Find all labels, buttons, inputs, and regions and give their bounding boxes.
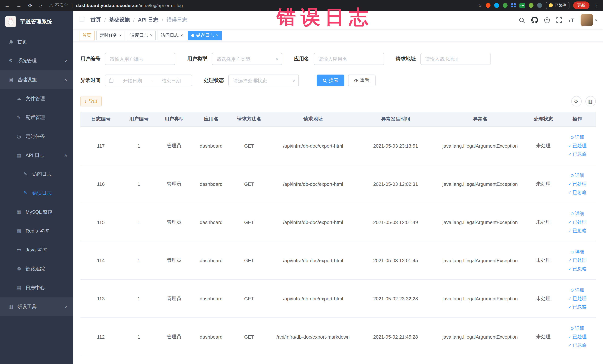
table-row: 114 1 管理员 dashboard GET /api/infra/db-do… (81, 241, 596, 280)
mark-processed-link[interactable]: ✓已处理 (568, 143, 587, 149)
mark-processed-link[interactable]: ✓已处理 (568, 334, 587, 340)
cell-method: GET (231, 296, 268, 301)
mark-ignored-link[interactable]: ✓已忽略 (568, 266, 587, 272)
table-row: 117 1 管理员 dashboard GET /api/infra/db-do… (81, 127, 596, 165)
sidebar-item-error-log[interactable]: ✎错误日志 (0, 184, 73, 202)
view-icon: ⊙ (570, 326, 574, 331)
cell-user-id: 1 (121, 334, 156, 340)
sidebar-item-system-management[interactable]: ⚙系统管理∨ (0, 51, 73, 70)
request-url-input[interactable] (420, 53, 491, 65)
github-icon[interactable] (532, 17, 538, 23)
breadcrumb-infrastructure[interactable]: 基础设施 (109, 17, 130, 23)
paused-badge[interactable]: 已暂停 (546, 2, 569, 9)
close-icon[interactable]: × (216, 33, 218, 37)
extension-icon[interactable] (486, 3, 491, 8)
help-icon[interactable]: ? (545, 17, 550, 23)
cell-exception-time: 2021-05-03 12:01:49 (359, 219, 433, 225)
fullscreen-icon[interactable] (556, 17, 562, 23)
sidebar-item-api-logs[interactable]: ▤API 日志∧ (0, 146, 73, 165)
browser-home-icon[interactable]: ⌂ (39, 2, 42, 8)
detail-link[interactable]: ⊙详细 (570, 134, 584, 140)
extension-grid-icon[interactable] (511, 3, 516, 8)
logo[interactable]: 芋道管理系统 (0, 11, 73, 32)
extension-icon[interactable] (537, 3, 542, 8)
search-button[interactable]: 搜索 (317, 75, 344, 86)
sidebar-item-java-monitor[interactable]: ▭Java 监控 (0, 240, 73, 259)
sidebar-item-dev-tools[interactable]: ▥研发工具∨ (0, 297, 73, 316)
dashboard-icon: ◉ (7, 39, 15, 45)
sidebar-toggle-icon[interactable]: ☰ (79, 16, 85, 24)
reload-icon[interactable]: ⟳ (28, 2, 33, 8)
forward-icon[interactable]: → (16, 2, 22, 8)
breadcrumb-api-logs[interactable]: API 日志 (138, 17, 158, 23)
tab-home[interactable]: 首页 (79, 31, 94, 40)
address-bar[interactable]: ⚠ 不安全 | dashboard.yudao.iocoder.cn/infra… (49, 2, 183, 9)
extension-icon[interactable] (503, 3, 508, 8)
mark-processed-link[interactable]: ✓已处理 (568, 295, 587, 302)
mark-ignored-link[interactable]: ✓已忽略 (568, 151, 587, 157)
column-settings-button[interactable]: ▥ (585, 96, 596, 106)
sidebar-item-redis-monitor[interactable]: ▧Redis 监控 (0, 221, 73, 240)
start-date-input[interactable] (115, 78, 150, 83)
detail-link[interactable]: ⊙详细 (570, 172, 584, 178)
reset-button[interactable]: ⟳ 重置 (348, 75, 376, 86)
sidebar-item-log-center[interactable]: ▤日志中心 (0, 278, 73, 297)
avatar[interactable] (580, 14, 593, 26)
browser-toolbar: ← → ⟳ ⌂ ⚠ 不安全 | dashboard.yudao.iocoder.… (0, 0, 603, 11)
browser-menu-icon[interactable]: ⋮ (594, 3, 599, 8)
mark-ignored-link[interactable]: ✓已忽略 (568, 304, 587, 310)
back-icon[interactable]: ← (4, 2, 10, 8)
columns-icon: ▥ (588, 98, 593, 104)
font-size-icon[interactable]: TT (568, 17, 574, 23)
sidebar-item-home[interactable]: ◉首页 (0, 32, 73, 51)
mark-processed-link[interactable]: ✓已处理 (568, 181, 587, 187)
sidebar-item-trace[interactable]: ◎链路追踪 (0, 259, 73, 278)
export-button[interactable]: ↓ 导出 (81, 96, 102, 106)
bookmark-star-icon[interactable]: ☆ (478, 3, 482, 8)
process-status-select[interactable] (228, 75, 299, 86)
search-icon[interactable] (519, 17, 525, 23)
close-icon[interactable]: × (181, 33, 183, 37)
cloud-icon: ☁ (15, 96, 23, 101)
sidebar-item-cron-jobs[interactable]: ◷定时任务 (0, 127, 73, 146)
processed-link-label: 已处理 (573, 181, 587, 187)
exception-time-range-picker[interactable]: - (105, 75, 192, 86)
sidebar-item-mysql-monitor[interactable]: ▦MySQL 监控 (0, 202, 73, 221)
extension-icon[interactable] (529, 3, 533, 8)
navbar-right: ? TT ∨ (519, 14, 597, 26)
detail-link[interactable]: ⊙详细 (570, 325, 584, 331)
mark-processed-link[interactable]: ✓已处理 (568, 257, 587, 263)
update-button[interactable]: 更新 (573, 1, 589, 9)
detail-link[interactable]: ⊙详细 (570, 249, 584, 255)
extension-on-badge[interactable]: on (519, 3, 525, 8)
screen: ← → ⟳ ⌂ ⚠ 不安全 | dashboard.yudao.iocoder.… (0, 0, 603, 364)
refresh-table-button[interactable]: ⟳ (571, 96, 581, 106)
sidebar-item-access-log[interactable]: ✎访问日志 (0, 165, 73, 184)
user-type-select[interactable] (212, 53, 282, 65)
cell-status: 未处理 (528, 295, 559, 302)
tab-access-log[interactable]: 访问日志× (158, 31, 186, 40)
detail-link[interactable]: ⊙详细 (570, 211, 584, 217)
doc-edit-icon: ✎ (22, 171, 30, 177)
mark-ignored-link[interactable]: ✓已忽略 (568, 189, 587, 196)
sidebar-item-file-management[interactable]: ☁文件管理 (0, 89, 73, 108)
sidebar-item-infrastructure[interactable]: ▣基础设施∧ (0, 70, 73, 89)
detail-link[interactable]: ⊙详细 (570, 287, 584, 293)
close-icon[interactable]: × (150, 33, 152, 37)
tab-schedule-log[interactable]: 调度日志× (127, 31, 156, 40)
cell-request-url: /api/infra/db-doc/export-html (268, 258, 359, 263)
user-menu[interactable]: ∨ (580, 14, 597, 26)
app-name-input[interactable] (313, 53, 384, 65)
sidebar-item-config-management[interactable]: ✎配置管理 (0, 108, 73, 127)
user-id-input[interactable] (105, 53, 175, 65)
export-button-label: 导出 (89, 98, 97, 104)
breadcrumb-home[interactable]: 首页 (91, 17, 101, 23)
mark-processed-link[interactable]: ✓已处理 (568, 219, 587, 225)
tab-cron-jobs[interactable]: 定时任务× (96, 31, 125, 40)
mark-ignored-link[interactable]: ✓已忽略 (568, 342, 587, 348)
end-date-input[interactable] (154, 78, 188, 83)
tab-error-log[interactable]: 错误日志× (188, 31, 222, 40)
close-icon[interactable]: × (119, 33, 122, 37)
extension-icon[interactable] (494, 3, 499, 8)
mark-ignored-link[interactable]: ✓已忽略 (568, 227, 587, 234)
